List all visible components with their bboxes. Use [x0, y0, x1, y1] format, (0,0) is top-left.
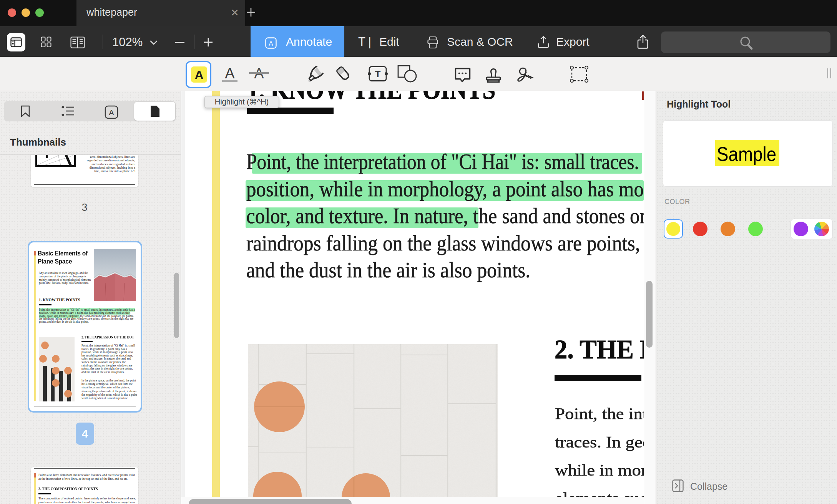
svg-text:A: A	[109, 108, 114, 117]
svg-text:T: T	[375, 69, 381, 79]
svg-text:A: A	[269, 40, 273, 47]
